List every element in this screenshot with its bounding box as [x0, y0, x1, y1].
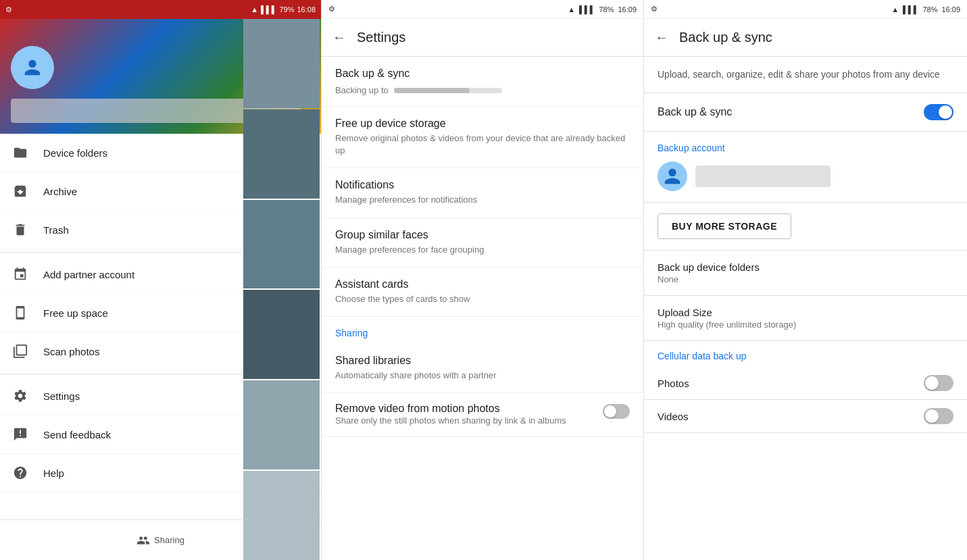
account-person-icon — [663, 167, 682, 186]
panel-left-drawer: ⚙ ▲ ▌▌▌ 79% 16:08 ▼ Device fo — [0, 0, 321, 560]
photos-toggle[interactable] — [924, 375, 953, 391]
setting-item-backup-sync[interactable]: Back up & sync Backing up to — [322, 57, 643, 107]
photo-thumb-5 — [243, 380, 320, 469]
setting-sub-notifications: Manage preferences for notifications — [335, 194, 630, 206]
phone-icon — [11, 303, 30, 322]
setting-title-remove-video: Remove video from motion photos — [335, 403, 596, 415]
upload-size-sub: High quality (free unlimited storage) — [658, 320, 953, 330]
videos-toggle[interactable] — [924, 408, 953, 424]
setting-title-group-faces: Group similar faces — [335, 229, 630, 241]
setting-title-free-storage: Free up device storage — [335, 118, 630, 130]
videos-label: Videos — [658, 411, 924, 422]
backing-up-row: Backing up to — [335, 85, 630, 95]
remove-video-toggle[interactable] — [603, 404, 630, 419]
help-icon — [11, 463, 30, 482]
settings-list: Back up & sync Backing up to Free up dev… — [322, 57, 643, 560]
photo-thumb-2 — [243, 109, 320, 199]
setting-item-notifications[interactable]: Notifications Manage preferences for not… — [322, 168, 643, 218]
photo-grid-background — [243, 19, 321, 560]
backup-sync-toggle-row[interactable]: Back up & sync — [644, 93, 967, 132]
setting-sub-assistant: Choose the types of cards to show — [335, 293, 630, 305]
backup-top-bar: ← Back up & sync — [644, 19, 967, 57]
sharing-label: Sharing — [154, 535, 184, 545]
backup-back-button[interactable]: ← — [655, 30, 668, 45]
setting-title-notifications: Notifications — [335, 179, 630, 191]
backup-title: Back up & sync — [679, 30, 772, 45]
battery-text-right: 78% — [922, 5, 937, 14]
backup-sync-toggle[interactable] — [924, 104, 953, 120]
status-bar-left: ⚙ ▲ ▌▌▌ 79% 16:08 — [0, 0, 321, 19]
backup-folders-title: Back up device folders — [658, 261, 953, 273]
backup-content: Upload, search, organize, edit & share y… — [644, 57, 967, 560]
panel-settings: ⚙ ▲ ▌▌▌ 78% 16:09 ← Settings Back up & s… — [321, 0, 644, 560]
backup-progress-fill — [394, 88, 470, 93]
partner-icon — [11, 265, 30, 284]
setting-item-group-faces[interactable]: Group similar faces Manage preferences f… — [322, 218, 643, 268]
status-bar-right: ⚙ ▲ ▌▌▌ 78% 16:09 — [644, 0, 967, 19]
photo-thumb-4 — [243, 290, 320, 379]
backing-up-label: Backing up to — [335, 85, 389, 95]
setting-sub-remove-video: Share only the still photos when sharing… — [335, 415, 596, 427]
backup-intro-text: Upload, search, organize, edit & share y… — [658, 68, 953, 82]
setting-title-assistant: Assistant cards — [335, 278, 630, 290]
time-right: 16:09 — [941, 5, 960, 14]
notification-icon: ⚙ — [5, 5, 12, 14]
status-icons-mid: ▲ ▌▌▌ 78% 16:09 — [568, 5, 637, 14]
notification-icon-right: ⚙ — [651, 5, 658, 14]
account-row — [658, 161, 953, 191]
wifi-icon-right: ▲ — [891, 5, 899, 14]
buy-more-storage-button[interactable]: BUY MORE STORAGE — [658, 213, 791, 239]
time-left: 16:08 — [297, 5, 316, 14]
sharing-icon — [137, 534, 150, 547]
backup-intro-section: Upload, search, organize, edit & share y… — [644, 57, 967, 93]
setting-title-backup: Back up & sync — [335, 68, 630, 80]
status-icons-right: ▲ ▌▌▌ 78% 16:09 — [891, 5, 960, 14]
signal-icon-mid: ▌▌▌ — [579, 5, 595, 14]
videos-toggle-row[interactable]: Videos — [644, 400, 967, 433]
account-avatar — [658, 161, 687, 191]
setting-item-shared-libraries[interactable]: Shared libraries Automatically share pho… — [322, 344, 643, 393]
feedback-icon — [11, 425, 30, 444]
photo-thumb-6 — [243, 471, 320, 560]
settings-back-button[interactable]: ← — [332, 30, 346, 45]
photo-thumb-1 — [243, 19, 320, 108]
backup-sync-row-label: Back up & sync — [658, 106, 924, 118]
setting-item-free-storage[interactable]: Free up device storage Remove original p… — [322, 107, 643, 168]
upload-size-option[interactable]: Upload Size High quality (free unlimited… — [644, 296, 967, 341]
account-name-bar — [695, 166, 830, 187]
settings-title: Settings — [357, 30, 405, 45]
photos-toggle-row[interactable]: Photos — [644, 367, 967, 400]
remove-video-info: Remove video from motion photos Share on… — [335, 403, 596, 427]
wifi-icon: ▲ — [251, 5, 258, 14]
setting-item-remove-video[interactable]: Remove video from motion photos Share on… — [322, 393, 643, 437]
archive-icon — [11, 182, 30, 201]
backup-progress-bar — [394, 88, 502, 93]
avatar[interactable] — [11, 46, 54, 89]
setting-title-shared-libraries: Shared libraries — [335, 355, 630, 367]
backup-device-folders-option[interactable]: Back up device folders None — [644, 251, 967, 296]
upload-size-title: Upload Size — [658, 307, 953, 318]
setting-sub-shared-libraries: Automatically share photos with a partne… — [335, 370, 630, 382]
status-icons-left: ▲ ▌▌▌ 79% 16:08 — [251, 5, 316, 14]
photos-label: Photos — [658, 378, 924, 389]
buy-storage-wrapper: BUY MORE STORAGE — [644, 203, 967, 250]
trash-icon — [11, 220, 30, 239]
sharing-section-label: Sharing — [322, 317, 643, 344]
panel-backup-sync: ⚙ ▲ ▌▌▌ 78% 16:09 ← Back up & sync Uploa… — [644, 0, 967, 560]
setting-sub-free-storage: Remove original photos & videos from you… — [335, 132, 630, 157]
status-bar-mid: ⚙ ▲ ▌▌▌ 78% 16:09 — [322, 0, 643, 19]
notification-icon-mid: ⚙ — [328, 5, 335, 14]
settings-top-bar: ← Settings — [322, 19, 643, 57]
setting-item-assistant-cards[interactable]: Assistant cards Choose the types of card… — [322, 268, 643, 317]
signal-icon: ▌▌▌ — [261, 5, 276, 14]
time-mid: 16:09 — [618, 5, 637, 14]
backup-account-section: Backup account — [644, 132, 967, 203]
backup-folders-sub: None — [658, 274, 953, 284]
wifi-icon-mid: ▲ — [568, 5, 575, 14]
setting-sub-group-faces: Manage preferences for face grouping — [335, 244, 630, 256]
battery-text-mid: 78% — [599, 5, 614, 14]
gear-icon — [11, 386, 30, 405]
signal-icon-right: ▌▌▌ — [903, 5, 918, 14]
cellular-section-label: Cellular data back up — [644, 341, 967, 367]
battery-text-left: 79% — [279, 5, 294, 14]
